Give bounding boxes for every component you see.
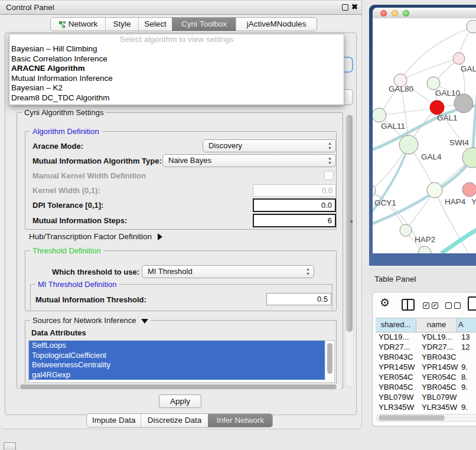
table-horizontal-scrollbar[interactable]	[376, 414, 476, 422]
tab-jactivemnodules[interactable]: jActiveMNodules	[236, 18, 317, 31]
unchecked-checkbox-icon[interactable]	[445, 302, 452, 309]
menu-item[interactable]: Basic Correlation Inference	[9, 54, 344, 64]
collapsed-panel-tab[interactable]	[4, 442, 16, 450]
cell	[459, 352, 476, 362]
hub-factor-expander[interactable]: Hub/Transcription Factor Definition	[29, 232, 162, 241]
list-item[interactable]: BetweennessCentrality	[29, 360, 325, 370]
kernel-width-input[interactable]: 0.0	[253, 184, 336, 197]
network-graph: GAL GAL80 GAL10 GAL1 GAL11 SWI4 GAL4 HAP…	[373, 18, 476, 253]
node-partial-bottom[interactable]	[418, 246, 431, 253]
table-row[interactable]: YDL19... YDL19... 13	[376, 332, 476, 342]
column-header-name[interactable]: name	[416, 318, 457, 332]
node-gal11[interactable]	[373, 108, 386, 122]
control-panel-title: Control Panel	[6, 1, 54, 14]
zoom-traffic-light[interactable]	[403, 10, 409, 17]
node-hap2[interactable]	[400, 224, 412, 236]
node-unlabeled[interactable]	[467, 20, 476, 33]
menu-item[interactable]: Dream8 DC_TDC Algorithm	[9, 93, 344, 103]
tab-select[interactable]: Select	[138, 18, 172, 31]
float-window-icon[interactable]	[342, 4, 348, 11]
spinner-arrows-icon: ▲▼	[328, 156, 332, 165]
tab-style[interactable]: Style	[105, 18, 138, 31]
menu-item[interactable]: Bayesian – K2	[9, 83, 344, 93]
settings-horizontal-scrollbar[interactable]	[18, 383, 342, 390]
checked-checkbox-icon[interactable]: ✓	[423, 302, 429, 309]
import-table-icon[interactable]	[468, 296, 476, 311]
network-window-titlebar[interactable]	[373, 8, 476, 19]
settings-vertical-scrollbar[interactable]	[345, 112, 354, 387]
cyni-algorithm-settings-group: Cyni Algorithm Settings Algorithm Defini…	[17, 112, 343, 389]
mi-algorithm-type-select[interactable]: Naive Bayes ▲▼	[162, 154, 336, 167]
tab-cyni-toolbox[interactable]: Cyni Toolbox	[172, 18, 236, 31]
node-gal-pink[interactable]	[453, 53, 465, 64]
data-attributes-label: Data Attributes	[31, 328, 86, 337]
menu-item-highlighted[interactable]: ARACNE Algorithm	[9, 64, 344, 74]
settings-vertical-scrollbar-thumb[interactable]	[346, 115, 353, 332]
list-item[interactable]: TopologicalCoefficient	[29, 351, 325, 361]
checked-checkbox-icon[interactable]: ✓	[432, 302, 438, 309]
which-threshold-select[interactable]: MI Threshold ▲▼	[142, 265, 314, 278]
cell: YDL19...	[376, 332, 419, 342]
aracne-mode-select[interactable]: Discovery ▲▼	[203, 139, 336, 152]
algorithm-dropdown-popup: Select algorithm to view settings Bayesi…	[9, 34, 344, 105]
minimize-traffic-light[interactable]	[392, 10, 398, 17]
table-row[interactable]: YPR145W YPR145W 9.	[376, 362, 476, 372]
node-label: GCY1	[374, 198, 396, 207]
table-row[interactable]: YBR043C YBR043C	[376, 352, 476, 362]
node-gal10[interactable]	[427, 77, 440, 90]
table-row[interactable]: YLR345W YLR345W 9.	[376, 402, 476, 412]
table-panel-title: Table Panel	[374, 269, 416, 289]
network-canvas[interactable]: GAL GAL80 GAL10 GAL1 GAL11 SWI4 GAL4 HAP…	[373, 18, 476, 253]
list-item[interactable]: gal4RGexp	[29, 370, 325, 380]
gear-icon[interactable]: ⚙	[380, 296, 390, 309]
settings-horizontal-scrollbar-thumb[interactable]	[20, 384, 337, 389]
list-item[interactable]: SelfLoops	[29, 341, 325, 351]
columns-icon[interactable]	[402, 299, 415, 311]
menu-item[interactable]: Bayesian – Hill Climbing	[9, 44, 344, 54]
expander-expanded-icon	[141, 319, 148, 324]
cell: YBR043C	[419, 352, 459, 362]
node-hap4[interactable]	[427, 182, 442, 198]
manual-kernel-checkbox[interactable]	[324, 171, 334, 180]
cell: YPR145W	[419, 362, 459, 372]
column-header-partial[interactable]: A	[457, 318, 476, 332]
table-row[interactable]: YBL079W YBL079W	[376, 392, 476, 402]
cell: 9.	[459, 362, 476, 372]
node-gal4[interactable]	[399, 135, 418, 154]
list-scrollbar[interactable]	[325, 341, 334, 381]
cell: YPR145W	[376, 362, 419, 372]
mi-threshold-input[interactable]: 0.5	[266, 293, 331, 305]
network-view-window[interactable]: GAL GAL80 GAL10 GAL1 GAL11 SWI4 GAL4 HAP…	[369, 5, 476, 266]
close-traffic-light[interactable]	[380, 10, 387, 17]
cell: YLR345W	[376, 402, 419, 412]
dpi-tolerance-input[interactable]: 0.0	[253, 198, 336, 212]
node-label: GAL10	[435, 89, 460, 97]
node-gal1-red[interactable]	[430, 100, 444, 115]
list-scrollbar-thumb[interactable]	[327, 343, 332, 374]
table-horizontal-scrollbar-thumb[interactable]	[379, 415, 445, 420]
table-row[interactable]: YDR27... YDR27... 12	[376, 342, 476, 352]
tab-impute-data[interactable]: Impute Data	[87, 414, 141, 427]
table-header-row: shared... name A	[376, 318, 476, 332]
manual-kernel-label: Manual Kernel Width Definition	[32, 171, 146, 180]
column-header-shared-name[interactable]: shared...	[376, 318, 416, 332]
close-icon[interactable]: ✖	[351, 2, 358, 11]
node-salmon[interactable]	[462, 182, 476, 197]
menu-item[interactable]: Mutual Information Inference	[9, 74, 344, 84]
sources-group-title[interactable]: Sources for Network Inference	[30, 316, 151, 325]
mi-steps-label: Mutual Information Steps:	[32, 216, 127, 225]
tab-network[interactable]: Network	[51, 18, 105, 31]
node-label: GAL	[461, 64, 476, 73]
apply-button[interactable]: Apply	[159, 394, 201, 408]
unchecked-checkbox-icon[interactable]	[454, 302, 461, 309]
mi-steps-input[interactable]: 6	[253, 214, 336, 227]
data-attributes-list[interactable]: SelfLoops TopologicalCoefficient Between…	[28, 340, 335, 383]
algorithm-definition-group: Algorithm Definition Aracne Mode: Discov…	[25, 131, 337, 230]
node-label: GAL4	[421, 152, 442, 161]
tab-discretize-data[interactable]: Discretize Data	[141, 414, 207, 427]
tab-infer-network[interactable]: Infer Network	[208, 414, 272, 427]
table-row[interactable]: YER054C YER054C 8.	[376, 372, 476, 382]
table-row[interactable]: YBR045C YBR045C 9.	[376, 382, 476, 392]
splitter-arrow-icon[interactable]	[350, 220, 353, 223]
tab-style-label: Style	[113, 18, 131, 31]
